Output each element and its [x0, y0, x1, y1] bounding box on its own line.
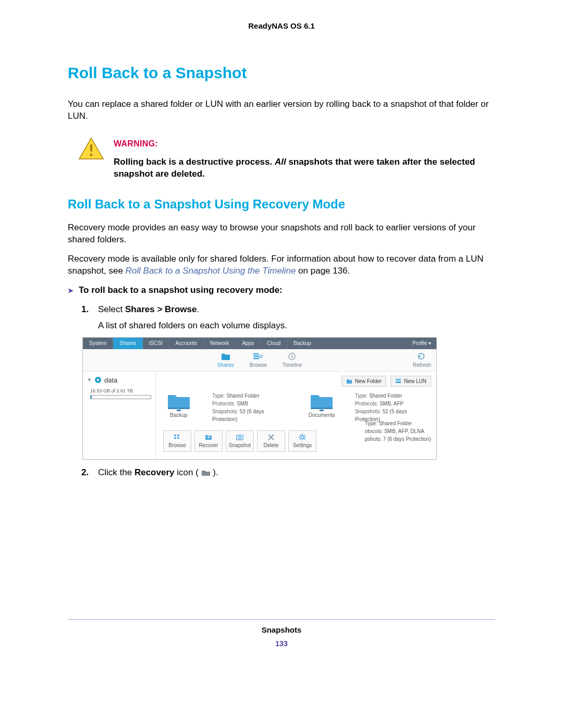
folder-plus-icon — [346, 378, 352, 384]
snapshot-icon — [236, 433, 244, 440]
button-label: Recover — [199, 442, 218, 449]
folder-meta-documents: Type: Shared Folder Protocols: SMB, AFP … — [355, 392, 431, 423]
folder-meta-backup: Type: Shared Folder Protocols: SMB Snaps… — [212, 392, 288, 423]
procedure-heading-text: To roll back to a snapshot using recover… — [79, 285, 283, 297]
button-label: Delete — [264, 442, 279, 449]
gear-icon — [298, 433, 307, 440]
footer-section: Snapshots — [68, 625, 495, 635]
section-title: Roll Back to a Snapshot Using Recovery M… — [68, 196, 495, 213]
nav-apps[interactable]: Apps — [236, 338, 261, 349]
paragraph: Recovery mode is available only for shar… — [68, 253, 495, 277]
new-folder-button[interactable]: New Folder — [341, 376, 386, 387]
disk-icon — [94, 376, 102, 384]
button-label: Snapshot — [229, 442, 251, 449]
warning-text: Rolling back is a destructive process. A… — [114, 156, 495, 180]
subnav-label: Browse — [249, 362, 266, 369]
svg-rect-19 — [90, 144, 92, 152]
button-label: New LUN — [404, 378, 426, 385]
cross-reference-link[interactable]: Roll Back to a Snapshot Using the Timeli… — [126, 266, 296, 276]
page-title: Roll Back to a Snapshot — [68, 63, 495, 84]
folder-meta-partial: Type: Shared Folder otocols: SMB, AFP, D… — [365, 419, 431, 443]
sidebar: ▼ data 16.53 GB of 2.61 TB — [83, 372, 156, 459]
text: on page 136. — [296, 266, 350, 276]
nav-accounts[interactable]: Accounts — [169, 338, 204, 349]
folder-icon — [309, 392, 334, 412]
lun-icon — [395, 378, 401, 384]
browse-icon — [253, 352, 263, 361]
volume-name: data — [104, 376, 117, 385]
folder-name: Documents — [309, 412, 335, 419]
text-bold: Shares > Browse — [125, 304, 197, 314]
toolbar-recover-button[interactable]: Recover — [194, 430, 223, 452]
text: ). — [211, 467, 218, 477]
warning-text-pre: Rolling back is a destructive process. — [114, 157, 275, 167]
chevron-down-icon: ▼ — [87, 377, 92, 383]
folder-tile-backup[interactable]: Backup — [161, 392, 197, 419]
nav-network[interactable]: Network — [204, 338, 236, 349]
toolbar-settings-button[interactable]: Settings — [288, 430, 316, 452]
step-1-subtext: A list of shared folders on each volume … — [68, 320, 495, 332]
recovery-inline-icon — [201, 468, 211, 475]
recover-icon — [204, 433, 213, 440]
folder-icon — [221, 352, 231, 361]
browse-icon — [173, 433, 181, 440]
subnav-label: Refresh — [413, 362, 431, 369]
storage-usage-bar — [90, 395, 151, 399]
folder-icon — [166, 392, 191, 412]
nav-shares[interactable]: Shares — [113, 338, 143, 349]
folder-name: Backup — [170, 412, 187, 419]
nav-iscsi[interactable]: iSCSI — [143, 338, 169, 349]
subnav-shares[interactable]: Shares — [217, 352, 234, 369]
toolbar-browse-button[interactable]: Browse — [163, 430, 191, 452]
folder-tile-documents[interactable]: Documents — [304, 392, 339, 419]
step-2: 2. Click the Recovery icon ( ). — [68, 467, 495, 479]
toolbar-delete-button[interactable]: Delete — [257, 430, 285, 452]
toolbar-snapshot-button[interactable]: Snapshot — [226, 430, 254, 452]
svg-point-20 — [90, 153, 92, 156]
procedure-heading: ➤ To roll back to a snapshot using recov… — [68, 285, 495, 297]
profile-menu[interactable]: Profile ▾ — [407, 338, 436, 349]
text-bold: Recovery — [134, 467, 175, 477]
volume-row[interactable]: ▼ data — [87, 376, 151, 385]
subnav-browse[interactable]: Browse — [249, 352, 266, 369]
nav-backup[interactable]: Backup — [287, 338, 317, 349]
new-lun-button[interactable]: New LUN — [390, 376, 431, 387]
warning-label: WARNING: — [114, 138, 495, 150]
triangle-icon: ➤ — [68, 286, 74, 295]
button-label: New Folder — [355, 378, 382, 385]
document-header: ReadyNAS OS 6.1 — [68, 21, 495, 31]
warning-block: WARNING: Rolling back is a destructive p… — [68, 137, 495, 180]
storage-usage-text: 16.53 GB of 2.61 TB — [90, 388, 151, 394]
step-1: 1. Select Shares > Browse. — [68, 304, 495, 316]
step-number: 2. — [81, 467, 93, 479]
intro-paragraph: You can replace a shared folder or LUN w… — [68, 98, 495, 122]
refresh-icon — [417, 352, 427, 361]
button-label: Browse — [168, 442, 186, 449]
nav-cloud[interactable]: Cloud — [261, 338, 287, 349]
text: Click the — [98, 467, 134, 477]
delete-icon — [267, 433, 275, 440]
app-screenshot: System Shares iSCSI Accounts Network App… — [82, 337, 437, 460]
button-label: Settings — [293, 442, 312, 449]
subnav-timeline[interactable]: Timeline — [283, 352, 302, 369]
clock-icon — [287, 352, 298, 361]
nav-system[interactable]: System — [83, 338, 113, 349]
subnav-refresh[interactable]: Refresh — [413, 352, 431, 369]
subnav-label: Timeline — [283, 362, 302, 369]
warning-text-em: All — [275, 157, 286, 167]
footer-page-number: 133 — [68, 639, 495, 649]
text: . — [197, 304, 199, 314]
paragraph: Recovery mode provides an easy way to br… — [68, 222, 495, 246]
text: Select — [98, 304, 125, 314]
text: icon ( — [174, 467, 201, 477]
step-number: 1. — [81, 304, 93, 316]
warning-icon — [78, 137, 104, 164]
subnav-label: Shares — [217, 362, 234, 369]
